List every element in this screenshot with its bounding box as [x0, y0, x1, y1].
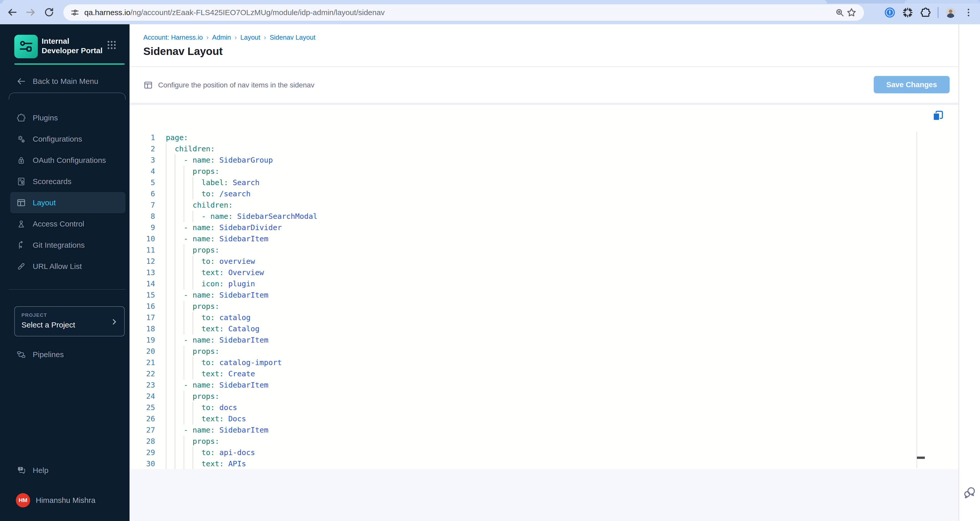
line-number: 4	[129, 166, 155, 177]
sidebar-item-git-integrations[interactable]: Git Integrations	[0, 234, 129, 256]
save-changes-button[interactable]: Save Changes	[874, 76, 950, 93]
zoom-page-icon[interactable]	[834, 6, 846, 18]
indent-guide	[175, 278, 184, 289]
url-text: qa.harness.io/ng/account/zEaak-FLS425IEO…	[84, 8, 834, 17]
sidebar-item-help[interactable]: ? Help	[0, 465, 129, 476]
sidebar-item-access-control[interactable]: Access Control	[0, 213, 129, 234]
indent-guide	[166, 177, 175, 188]
indent-guide	[166, 436, 175, 447]
sidebar-item-plugins[interactable]: Plugins	[0, 107, 129, 128]
chrome-menu-icon[interactable]	[963, 6, 974, 18]
indent-guide	[166, 256, 175, 267]
line-number: 6	[129, 188, 155, 199]
code-text: to: api-docs	[166, 447, 255, 458]
editor-scrollbar-thumb[interactable]	[917, 457, 925, 459]
copy-icon[interactable]	[931, 110, 944, 122]
extensions-puzzle-icon[interactable]	[920, 6, 931, 18]
sidebar-item-configurations[interactable]: Configurations	[0, 128, 129, 150]
sidebar-item-url-allow-list[interactable]: URL Allow List	[0, 256, 129, 277]
code-text: page:	[166, 132, 188, 143]
project-selector[interactable]: PROJECT Select a Project	[14, 306, 125, 336]
forward-button[interactable]	[25, 6, 36, 18]
extension-spinner-icon[interactable]	[902, 6, 913, 18]
sidebar-item-oauth-configurations[interactable]: OAuth Configurations	[0, 150, 129, 171]
indent-guide	[175, 256, 184, 267]
line-number: 8	[129, 211, 155, 222]
lock-icon	[16, 155, 26, 165]
code-line: 10- name: SidebarItem	[129, 233, 916, 244]
site-settings-icon[interactable]	[70, 8, 80, 18]
indent-guide	[192, 177, 202, 188]
toolbar: Configure the position of nav items in t…	[129, 67, 980, 103]
breadcrumb-link[interactable]: Account: Harness.io	[143, 33, 203, 41]
indent-guide	[175, 357, 184, 368]
indent-guide	[192, 458, 202, 469]
reload-button[interactable]	[43, 6, 55, 18]
code-text: children:	[166, 199, 233, 211]
sidebar-divider	[9, 289, 126, 290]
sidebar: Internal Developer Portal Back to Main M…	[0, 24, 129, 521]
code-line: 6to: /search	[129, 188, 916, 199]
sidebar-item-layout[interactable]: Layout	[10, 192, 126, 213]
indent-guide	[184, 312, 192, 323]
indent-guide	[175, 447, 184, 458]
indent-guide	[175, 346, 184, 357]
url-bar[interactable]: qa.harness.io/ng/account/zEaak-FLS425IEO…	[64, 4, 864, 21]
code-line: 3- name: SidebarGroup	[129, 155, 916, 166]
line-number: 16	[129, 301, 155, 312]
line-number: 30	[129, 458, 155, 469]
breadcrumb-link[interactable]: Sidenav Layout	[269, 33, 315, 41]
chat-bubbles-icon[interactable]	[963, 486, 977, 500]
password-manager-icon[interactable]	[884, 6, 896, 18]
link-icon	[16, 261, 26, 271]
back-to-main-menu[interactable]: Back to Main Menu	[0, 76, 129, 87]
code-text: - name: SidebarItem	[166, 379, 269, 390]
indent-guide	[166, 357, 175, 368]
code-line: 8- name: SidebarSearchModal	[129, 211, 916, 222]
profile-avatar[interactable]	[945, 6, 956, 18]
code-text: text: APIs	[166, 458, 246, 469]
git-icon	[16, 240, 26, 250]
indent-guide	[184, 346, 192, 357]
sidebar-item-label: OAuth Configurations	[33, 156, 106, 165]
bookmark-star-icon[interactable]	[846, 6, 858, 18]
indent-guide	[166, 166, 175, 177]
indent-guide	[175, 199, 184, 211]
breadcrumb-link[interactable]: Layout	[240, 33, 260, 41]
indent-guide	[166, 143, 175, 155]
back-button[interactable]	[6, 6, 18, 18]
sidebar-item-label: Git Integrations	[33, 241, 84, 250]
code-text: props:	[166, 301, 219, 312]
sidebar-item-pipelines[interactable]: Pipelines	[0, 349, 129, 360]
breadcrumb-link[interactable]: Admin	[212, 33, 231, 41]
indent-guide	[184, 188, 192, 199]
code-area[interactable]: 1page:2children:3- name: SidebarGroup4pr…	[129, 132, 916, 469]
user-avatar: HM	[16, 493, 30, 507]
app-grid-icon[interactable]	[106, 39, 118, 51]
adjacent-tab[interactable]	[904, 0, 980, 3]
line-number: 2	[129, 143, 155, 155]
code-line: 17to: catalog	[129, 312, 916, 323]
indent-guide	[175, 323, 184, 335]
code-line: 7children:	[129, 199, 916, 211]
indent-guide	[175, 211, 184, 222]
yaml-editor[interactable]: 1page:2children:3- name: SidebarGroup4pr…	[129, 105, 959, 469]
indent-guide	[166, 379, 175, 390]
sidebar-item-scorecards[interactable]: Scorecards	[0, 171, 129, 192]
indent-guide	[166, 233, 175, 244]
line-number: 20	[129, 346, 155, 357]
line-number: 21	[129, 357, 155, 368]
user-account[interactable]: HM Himanshu Mishra	[0, 492, 129, 508]
code-text: - name: SidebarItem	[166, 233, 269, 244]
indent-guide	[166, 222, 175, 233]
active-tab[interactable]	[2, 0, 827, 3]
indent-guide	[175, 312, 184, 323]
indent-guide	[184, 211, 192, 222]
code-text: icon: plugin	[166, 278, 255, 289]
line-number: 12	[129, 256, 155, 267]
line-number: 13	[129, 267, 155, 278]
indent-guide	[175, 368, 184, 379]
chrome-separator	[938, 7, 939, 18]
indent-guide	[175, 155, 184, 166]
indent-guide	[192, 267, 202, 278]
